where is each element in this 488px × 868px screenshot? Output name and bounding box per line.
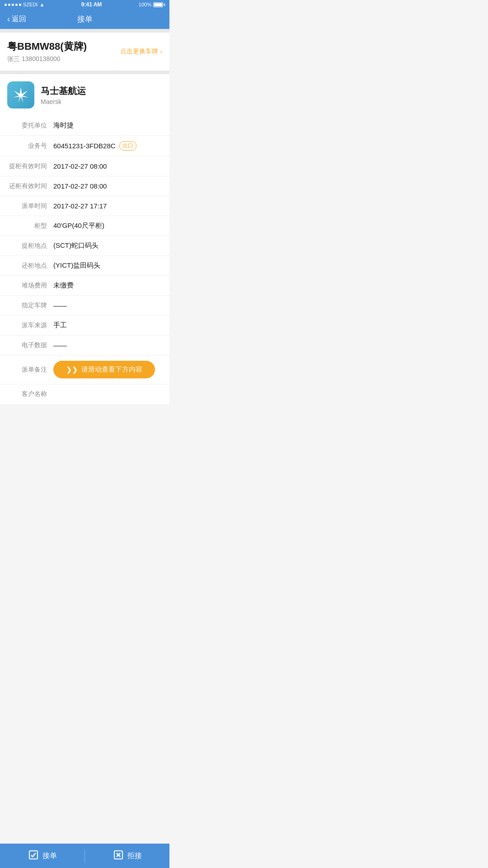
status-bar-right: 100% <box>139 2 165 7</box>
label-yewuhao: 业务号 <box>7 142 47 150</box>
wifi-icon: ▲ <box>39 2 44 7</box>
vehicle-info: 粤BBMW88(黄牌) 张三 13800138000 <box>7 40 87 63</box>
label-guixing: 柜型 <box>7 222 47 230</box>
info-table: 委托单位 海时捷 业务号 60451231-3FDB28C 出口 提柜有效时间 … <box>0 116 169 404</box>
scroll-hint-button[interactable]: ❯❯ 请滑动查看下方内容 <box>53 361 155 378</box>
value-yard-fee: 未缴费 <box>53 281 74 290</box>
field-dispatch-remark: 派单备注 ❯❯ 请滑动查看下方内容 <box>0 355 169 384</box>
label-yard-fee: 堆场费用 <box>7 282 47 290</box>
field-pickup-time: 提柜有效时间 2017-02-27 08:00 <box>0 156 169 176</box>
company-name-en: Maersk <box>41 98 86 105</box>
scroll-hint-icon: ❯❯ <box>66 365 78 374</box>
value-yewuhao: 60451231-3FDB28C 出口 <box>53 141 136 151</box>
status-bar: SZEDI ▲ 9:41 AM 100% <box>0 0 169 9</box>
label-electronic-data: 电子数据 <box>7 341 47 349</box>
back-label: 返回 <box>12 14 26 24</box>
value-assigned-plate: —— <box>53 302 67 309</box>
signal-dots <box>5 4 21 6</box>
value-dispatch-source: 手工 <box>53 321 67 330</box>
field-return-time: 还柜有效时间 2017-02-27 08:00 <box>0 176 169 196</box>
company-text: 马士基航运 Maersk <box>41 85 86 105</box>
label-customer-name: 客户名称 <box>7 390 47 398</box>
value-weituodanwei: 海时捷 <box>53 121 74 130</box>
status-time: 9:41 AM <box>81 1 102 8</box>
svg-marker-0 <box>13 87 28 103</box>
battery-icon <box>153 2 165 7</box>
label-pickup-time: 提柜有效时间 <box>7 162 47 170</box>
company-name-cn: 马士基航运 <box>41 85 86 97</box>
field-yard-fee: 堆场费用 未缴费 <box>0 276 169 296</box>
change-plate-arrow-icon: › <box>160 48 162 55</box>
change-plate-button[interactable]: 点击更换车牌 › <box>120 47 162 56</box>
vehicle-section: 粤BBMW88(黄牌) 张三 13800138000 点击更换车牌 › <box>0 33 169 71</box>
field-assigned-plate: 指定车牌 —— <box>0 296 169 316</box>
value-guixing: 40'GP(40尺平柜) <box>53 222 104 230</box>
value-pickup-time: 2017-02-27 08:00 <box>53 162 107 170</box>
carrier-name: SZEDI <box>23 2 38 7</box>
top-divider <box>0 29 169 33</box>
vehicle-driver: 张三 13800138000 <box>7 55 87 63</box>
label-pickup-location: 提柜地点 <box>7 242 47 250</box>
maersk-star-icon <box>12 86 29 104</box>
nav-bar: ‹ 返回 接单 <box>0 9 169 29</box>
scroll-content: 粤BBMW88(黄牌) 张三 13800138000 点击更换车牌 › 马士基航… <box>0 29 169 431</box>
field-pickup-location: 提柜地点 (SCT)蛇口码头 <box>0 236 169 256</box>
field-customer-name: 客户名称 <box>0 384 169 404</box>
section-divider <box>0 71 169 74</box>
label-return-time: 还柜有效时间 <box>7 182 47 190</box>
label-dispatch-remark: 派单备注 <box>7 366 47 374</box>
field-weituodanwei: 委托单位 海时捷 <box>0 116 169 136</box>
value-electronic-data: —— <box>53 341 67 349</box>
field-yewuhao: 业务号 60451231-3FDB28C 出口 <box>0 136 169 156</box>
label-dispatch-source: 派车来源 <box>7 321 47 330</box>
back-arrow-icon: ‹ <box>7 14 10 24</box>
page-title: 接单 <box>77 14 93 24</box>
company-logo <box>7 81 34 108</box>
vehicle-plate: 粤BBMW88(黄牌) <box>7 40 87 53</box>
field-dispatch-source: 派车来源 手工 <box>0 316 169 335</box>
back-button[interactable]: ‹ 返回 <box>7 14 26 24</box>
field-dispatch-time: 派单时间 2017-02-27 17:17 <box>0 196 169 216</box>
battery-percent: 100% <box>139 2 151 7</box>
company-section: 马士基航运 Maersk <box>0 74 169 116</box>
field-guixing: 柜型 40'GP(40尺平柜) <box>0 216 169 236</box>
status-bar-left: SZEDI ▲ <box>5 2 44 7</box>
value-pickup-location: (SCT)蛇口码头 <box>53 241 99 250</box>
label-return-location: 还柜地点 <box>7 262 47 270</box>
export-tag: 出口 <box>119 141 136 151</box>
field-return-location: 还柜地点 (YICT)盐田码头 <box>0 256 169 276</box>
value-dispatch-remark: ❯❯ 请滑动查看下方内容 <box>53 361 155 378</box>
change-plate-label: 点击更换车牌 <box>120 47 158 56</box>
value-dispatch-time: 2017-02-27 17:17 <box>53 202 107 210</box>
field-electronic-data: 电子数据 —— <box>0 335 169 355</box>
scroll-hint-label: 请滑动查看下方内容 <box>81 365 142 374</box>
label-assigned-plate: 指定车牌 <box>7 302 47 310</box>
value-return-time: 2017-02-27 08:00 <box>53 182 107 190</box>
label-dispatch-time: 派单时间 <box>7 202 47 210</box>
label-weituodanwei: 委托单位 <box>7 122 47 130</box>
value-return-location: (YICT)盐田码头 <box>53 261 100 270</box>
